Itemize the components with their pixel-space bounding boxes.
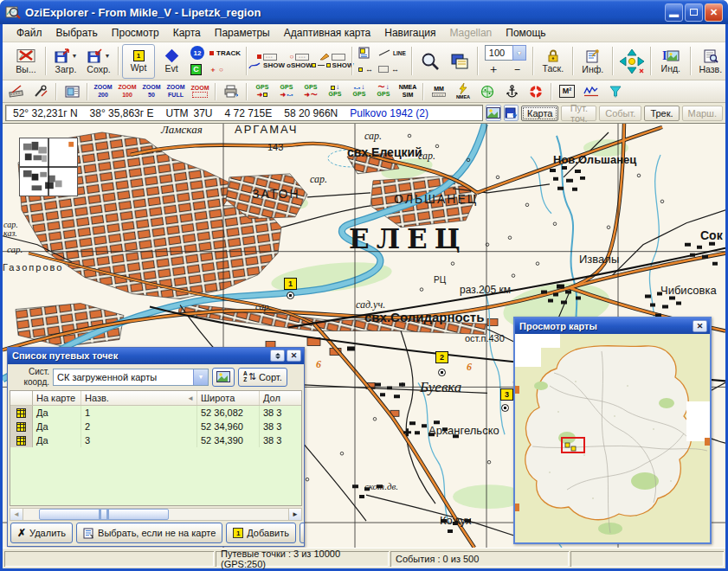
map-preview-body[interactable]: [515, 334, 710, 542]
sort-button[interactable]: AZ ⇅ Сорт.: [238, 368, 287, 387]
satellite-radar-button[interactable]: [475, 81, 499, 102]
select-if-not-on-map-button[interactable]: Выбрать, если не на карте: [76, 523, 222, 543]
moving-map-button[interactable]: MM: [427, 81, 451, 102]
menu-map[interactable]: Карта: [166, 25, 208, 41]
zoom-out-button[interactable]: －: [512, 61, 523, 77]
waypoint-dot[interactable]: [501, 404, 509, 412]
maximize-button[interactable]: [685, 3, 703, 22]
waypoint-dot[interactable]: [287, 292, 294, 299]
secondary-toolbar: ZOOM 200 ZOOM 100 ZOOM 50 ZOOM FULL ZOOM: [3, 80, 725, 103]
pan-arrows-icon[interactable]: [618, 48, 646, 75]
event-mode-button[interactable]: Evt: [155, 44, 188, 79]
col-lon[interactable]: Дол: [260, 391, 301, 405]
map-properties-button[interactable]: [445, 44, 474, 79]
coord-system-select[interactable]: СК загруженной карты ▼: [53, 369, 209, 386]
menu-adaptive-map[interactable]: Адаптивная карта: [277, 25, 378, 41]
gps-to-track-button[interactable]: GPS ➜〜: [299, 81, 323, 102]
table-row[interactable]: Да 1 52 36,082 38 3: [10, 406, 301, 420]
print-button[interactable]: [219, 81, 243, 102]
menu-select[interactable]: Выбрать: [49, 25, 105, 41]
clear-map-button[interactable]: Вы...: [10, 44, 42, 79]
nmea-monitor-button[interactable]: NMEA: [451, 81, 475, 102]
quick-save-button[interactable]: [504, 105, 519, 121]
show-route-button[interactable]: SHOW: [316, 44, 349, 79]
nmea-simulation-button[interactable]: NMEA SIM: [396, 81, 420, 102]
waypoint-range-button[interactable]: ↔: [358, 62, 373, 77]
col-lat[interactable]: Широта: [197, 391, 260, 405]
drag-lock-button[interactable]: Таск.: [537, 44, 570, 79]
title-bar[interactable]: OziExplorer - From Mikle_V - Lipetzk_reg…: [0, 0, 728, 24]
tab-map[interactable]: Карта: [521, 106, 558, 121]
anchor-alarm-button[interactable]: [499, 81, 524, 102]
combo-arrow-icon[interactable]: ▼: [193, 369, 208, 385]
waypoint-list-titlebar[interactable]: Список путевых точек ✕: [8, 348, 304, 364]
distance-tool-button[interactable]: [4, 81, 29, 102]
menu-view[interactable]: Просмотр: [105, 25, 166, 41]
menu-help[interactable]: Помощь: [499, 25, 552, 41]
save-button[interactable]: ▼ Сохр.: [82, 44, 115, 79]
magnify-button[interactable]: [416, 44, 445, 79]
waypoint-list-button[interactable]: [358, 46, 373, 61]
filter-button[interactable]: [603, 81, 628, 102]
index-map-button[interactable]: I Инд.: [654, 44, 687, 79]
minimize-button[interactable]: ▬: [665, 3, 683, 22]
gps-to-route-button[interactable]: GPS ➜▪-▪: [274, 81, 299, 102]
menu-navigation[interactable]: Навигация: [377, 25, 442, 41]
load-button[interactable]: ▼ Загр.: [49, 44, 82, 79]
screenshot-button[interactable]: [486, 105, 501, 121]
area-measure-button[interactable]: M²: [555, 81, 579, 102]
menu-file[interactable]: Файл: [10, 25, 49, 41]
waypoint-marker[interactable]: 2: [435, 351, 448, 363]
zoom-level-field[interactable]: 100: [485, 45, 512, 61]
track-toggle[interactable]: TRACK: [209, 46, 241, 61]
measure-button[interactable]: ↔: [378, 62, 406, 77]
zoom-dropdown-button[interactable]: ▼: [512, 45, 526, 61]
waypoint-mode-button[interactable]: 1 Wpt: [122, 44, 155, 79]
info-button[interactable]: Инф.: [577, 44, 609, 79]
menu-options[interactable]: Параметры: [208, 25, 277, 41]
scroll-right-arrow[interactable]: ►: [288, 509, 301, 520]
col-on-map[interactable]: На карте: [33, 391, 81, 405]
zoom-200-button[interactable]: ZOOM 200: [91, 81, 115, 102]
map-preview-titlebar[interactable]: Просмотр карты ✕: [515, 318, 710, 334]
map-canvas[interactable]: Ламская АРГАМАЧ 143 сар. свх.Елецкий сар…: [3, 123, 725, 548]
route-to-gps-button[interactable]: ▪-▪↓ GPS: [347, 81, 371, 102]
zoom-in-button[interactable]: ＋: [487, 61, 499, 77]
scroll-left-arrow[interactable]: ◄: [10, 509, 23, 520]
table-hscrollbar[interactable]: ◄ ►: [10, 508, 302, 521]
zoom-window-button[interactable]: ZOOM: [188, 81, 212, 102]
line-tool-button[interactable]: LINE: [378, 46, 406, 61]
table-row[interactable]: Да 2 52 34,960 38 3: [10, 420, 301, 433]
clipped-button[interactable]: 1: [300, 523, 304, 543]
waypoint-number-toggle[interactable]: 12: [190, 46, 204, 61]
waypoint-marker[interactable]: 3: [500, 388, 513, 401]
configure-tool-button[interactable]: [29, 81, 53, 102]
rollup-button[interactable]: [270, 350, 285, 362]
waypoints-to-gps-button[interactable]: ↓ GPS: [323, 81, 347, 102]
comment-toggle[interactable]: C: [190, 62, 204, 77]
waypoint-image-button[interactable]: [212, 368, 235, 387]
col-icon[interactable]: [10, 391, 33, 405]
waypoint-marker[interactable]: 1: [284, 278, 297, 290]
map-preview-close-button[interactable]: ✕: [693, 320, 707, 332]
track-to-gps-button[interactable]: 〜↓ GPS: [371, 81, 396, 102]
table-row[interactable]: Да 3 52 34,390 38 3: [10, 433, 301, 447]
zoom-50-button[interactable]: ZOOM 50: [139, 81, 164, 102]
scroll-thumb[interactable]: [39, 509, 169, 520]
show-track-button[interactable]: ▫▫▫ SHOW: [250, 44, 283, 79]
zoom-full-button[interactable]: ZOOM FULL: [164, 81, 188, 102]
waypoint-dot[interactable]: [438, 369, 446, 376]
tab-track[interactable]: Трек.: [644, 106, 679, 121]
delete-waypoint-button[interactable]: ✗ Удалить: [10, 523, 73, 543]
map-names-button[interactable]: Назв.: [694, 44, 727, 79]
col-name[interactable]: Назв.◄: [81, 391, 197, 405]
man-overboard-button[interactable]: [524, 81, 548, 102]
map-image-button[interactable]: [60, 81, 84, 102]
waypoint-list-close-button[interactable]: ✕: [287, 350, 301, 362]
close-button[interactable]: ✕: [705, 3, 723, 22]
track-points-toggle[interactable]: ＋ ○: [209, 62, 241, 77]
zoom-100-button[interactable]: ZOOM 100: [115, 81, 139, 102]
add-waypoint-button[interactable]: 1 Добавить: [226, 523, 296, 543]
profile-graph-button[interactable]: [579, 81, 603, 102]
gps-to-waypoints-button[interactable]: GPS ➜: [250, 81, 274, 102]
